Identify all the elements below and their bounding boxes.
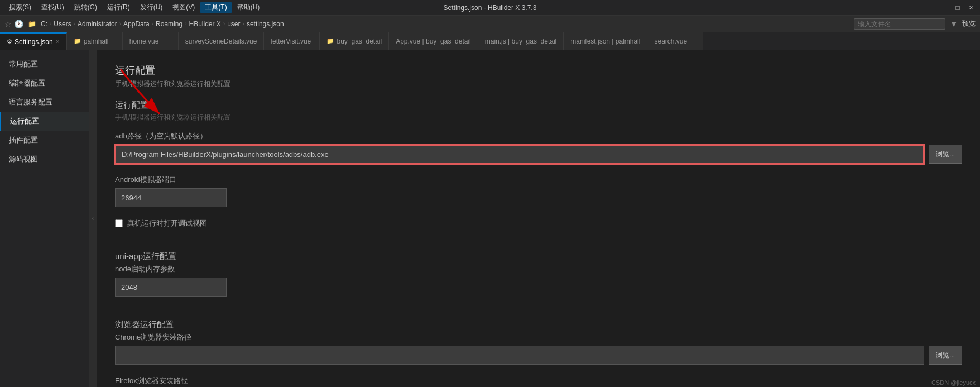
node-field-row bbox=[115, 278, 962, 297]
menu-help[interactable]: 帮助(H) bbox=[233, 2, 265, 13]
debug-checkbox-row: 真机运行时打开调试视图 bbox=[115, 218, 962, 228]
sidebar-item-source-label: 源码视图 bbox=[9, 154, 38, 164]
breadcrumb-users[interactable]: Users bbox=[54, 20, 71, 28]
breadcrumb-star-icon[interactable]: ☆ bbox=[4, 20, 12, 28]
tab-manifest[interactable]: manifest.json | palmhall bbox=[564, 32, 647, 50]
survey-tab-label: surveySceneDetails.vue bbox=[185, 37, 257, 45]
menu-tools[interactable]: 工具(T) bbox=[200, 2, 231, 13]
manifest-tab-label: manifest.json | palmhall bbox=[570, 37, 640, 45]
close-button[interactable]: × bbox=[967, 3, 976, 12]
app-tab-label: App.vue | buy_gas_detail bbox=[396, 37, 471, 45]
breadcrumb-settings[interactable]: settings.json bbox=[247, 20, 284, 28]
adb-field-group: adb路径（为空为默认路径） 浏览... bbox=[115, 131, 962, 164]
chrome-browse-button[interactable]: 浏览... bbox=[929, 346, 962, 365]
tab-main[interactable]: main.js | buy_gas_detail bbox=[478, 32, 564, 50]
main-tab-label: main.js | buy_gas_detail bbox=[485, 37, 557, 45]
subsection-title: 运行配置 bbox=[115, 100, 962, 111]
breadcrumb-administrator[interactable]: Administrator bbox=[78, 20, 117, 28]
breadcrumb-folder-icon: 📁 bbox=[28, 20, 36, 28]
browser-section-title: 浏览器运行配置 bbox=[115, 319, 962, 330]
breadcrumb-roaming[interactable]: Roaming bbox=[156, 20, 182, 28]
debug-checkbox-label: 真机运行时打开调试视图 bbox=[127, 218, 207, 228]
statusbar-text: CSDN @jieyucx bbox=[931, 379, 976, 386]
sidebar-item-common-label: 常用配置 bbox=[9, 59, 38, 69]
search-tab-label: search.vue bbox=[654, 37, 687, 45]
android-port-field-group: Android模拟器端口 bbox=[115, 175, 962, 207]
debug-checkbox[interactable] bbox=[115, 219, 123, 227]
android-port-label: Android模拟器端口 bbox=[115, 175, 962, 185]
menu-run[interactable]: 运行(R) bbox=[103, 2, 134, 13]
android-port-field-row bbox=[115, 188, 962, 207]
sidebar-collapse-handle[interactable]: ‹ bbox=[89, 50, 97, 387]
titlebar: 搜索(S) 查找(U) 跳转(G) 运行(R) 发行(U) 视图(V) 工具(T… bbox=[0, 0, 980, 16]
main-section-subtitle: 手机/模拟器运行和浏览器运行相关配置 bbox=[115, 79, 962, 89]
sidebar-item-editor[interactable]: 编辑器配置 bbox=[0, 74, 89, 93]
firefox-field-group: Firefox浏览器安装路径 浏览... bbox=[115, 376, 962, 387]
preview-label: 预览 bbox=[962, 19, 976, 28]
menu-search[interactable]: 搜索(S) bbox=[4, 2, 36, 13]
menu-jump[interactable]: 跳转(G) bbox=[70, 2, 102, 13]
breadcrumb-user[interactable]: user bbox=[227, 20, 240, 28]
titlebar-left: 搜索(S) 查找(U) 跳转(G) 运行(R) 发行(U) 视图(V) 工具(T… bbox=[4, 2, 264, 13]
divider-1 bbox=[115, 240, 962, 240]
tab-letter[interactable]: letterVisit.vue bbox=[264, 32, 320, 50]
tab-home[interactable]: home.vue bbox=[123, 32, 179, 50]
breadcrumb-appdata[interactable]: AppData bbox=[123, 20, 150, 28]
settings-tab-label: Settings.json bbox=[15, 38, 53, 46]
filter-icon[interactable]: ▼ bbox=[950, 20, 958, 28]
uniapp-section-title: uni-app运行配置 bbox=[115, 251, 962, 262]
settings-tab-icon: ⚙ bbox=[7, 38, 12, 45]
chrome-field-group: Chrome浏览器安装路径 浏览... bbox=[115, 332, 962, 365]
file-input[interactable] bbox=[854, 18, 945, 30]
chrome-input[interactable] bbox=[115, 346, 924, 365]
chrome-field-row: 浏览... bbox=[115, 346, 962, 365]
tab-bar: ⚙ Settings.json ✕ 📁 palmhall home.vue su… bbox=[0, 32, 980, 50]
window-controls: — □ × bbox=[940, 3, 976, 12]
palmhall-tab-label: palmhall bbox=[84, 37, 109, 45]
buy-gas-tab-icon: 📁 bbox=[326, 37, 334, 45]
tab-search[interactable]: search.vue bbox=[647, 32, 703, 50]
menu-bar: 搜索(S) 查找(U) 跳转(G) 运行(R) 发行(U) 视图(V) 工具(T… bbox=[4, 2, 264, 13]
statusbar: CSDN @jieyucx bbox=[927, 378, 980, 387]
sidebar-item-common[interactable]: 常用配置 bbox=[0, 55, 89, 74]
breadcrumb-bar: ☆ 🕐 📁 C: › Users › Administrator › AppDa… bbox=[0, 16, 980, 32]
firefox-label: Firefox浏览器安装路径 bbox=[115, 376, 962, 386]
buy-gas-tab-label: buy_gas_detail bbox=[337, 37, 382, 45]
node-field-group: node启动内存参数 bbox=[115, 264, 962, 297]
sidebar-item-plugin[interactable]: 插件配置 bbox=[0, 131, 89, 150]
sidebar: 常用配置 编辑器配置 语言服务配置 运行配置 插件配置 源码视图 bbox=[0, 50, 89, 387]
tab-survey[interactable]: surveySceneDetails.vue bbox=[179, 32, 265, 50]
adb-label: adb路径（为空为默认路径） bbox=[115, 131, 962, 141]
breadcrumb-hbuilderx[interactable]: HBuilder X bbox=[189, 20, 220, 28]
main-section-title: 运行配置 bbox=[115, 64, 962, 77]
sidebar-item-run[interactable]: 运行配置 bbox=[0, 112, 89, 131]
adb-field-row: 浏览... bbox=[115, 145, 962, 164]
letter-tab-label: letterVisit.vue bbox=[271, 37, 311, 45]
menu-find[interactable]: 查找(U) bbox=[37, 2, 69, 13]
palmhall-tab-icon: 📁 bbox=[74, 37, 81, 45]
android-port-input[interactable] bbox=[115, 188, 227, 207]
adb-input[interactable] bbox=[115, 145, 924, 164]
sidebar-item-run-label: 运行配置 bbox=[10, 116, 39, 126]
menu-view[interactable]: 视图(V) bbox=[168, 2, 199, 13]
sidebar-item-editor-label: 编辑器配置 bbox=[9, 78, 45, 88]
tab-settings[interactable]: ⚙ Settings.json ✕ bbox=[0, 32, 67, 50]
sidebar-item-source[interactable]: 源码视图 bbox=[0, 150, 89, 169]
breadcrumb-clock-icon[interactable]: 🕐 bbox=[14, 20, 23, 28]
node-input[interactable] bbox=[115, 278, 227, 297]
content-area: 运行配置 手机/模拟器运行和浏览器运行相关配置 运行配置 手机/模拟器运行和浏览… bbox=[97, 50, 980, 387]
minimize-button[interactable]: — bbox=[940, 3, 949, 12]
chrome-label: Chrome浏览器安装路径 bbox=[115, 332, 962, 342]
sidebar-item-language[interactable]: 语言服务配置 bbox=[0, 93, 89, 112]
maximize-button[interactable]: □ bbox=[953, 3, 962, 12]
tab-palmhall[interactable]: 📁 palmhall bbox=[67, 32, 123, 50]
app-title: Settings.json - HBuilder X 3.7.3 bbox=[444, 4, 537, 12]
menu-publish[interactable]: 发行(U) bbox=[136, 2, 167, 13]
tab-app[interactable]: App.vue | buy_gas_detail bbox=[389, 32, 478, 50]
tab-buy-gas[interactable]: 📁 buy_gas_detail bbox=[320, 32, 389, 50]
subsection-subtitle: 手机/模拟器运行和浏览器运行相关配置 bbox=[115, 113, 962, 122]
settings-tab-close[interactable]: ✕ bbox=[55, 39, 60, 45]
breadcrumb-c: C: bbox=[41, 20, 47, 28]
breadcrumb-right: ▼ 预览 bbox=[849, 18, 976, 30]
adb-browse-button[interactable]: 浏览... bbox=[929, 145, 962, 164]
